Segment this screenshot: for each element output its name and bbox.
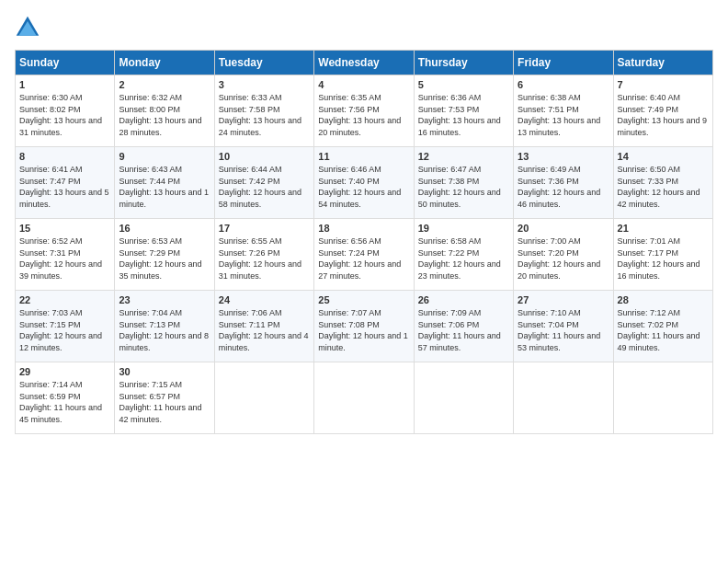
- calendar-cell: 8Sunrise: 6:41 AMSunset: 7:47 PMDaylight…: [16, 147, 115, 219]
- day-number: 16: [119, 223, 210, 234]
- cell-info: Sunrise: 7:15 AMSunset: 6:57 PMDaylight:…: [119, 379, 210, 425]
- calendar-week-5: 29Sunrise: 7:14 AMSunset: 6:59 PMDayligh…: [16, 362, 713, 434]
- calendar-cell: 3Sunrise: 6:33 AMSunset: 7:58 PMDaylight…: [214, 75, 313, 147]
- day-number: 24: [219, 294, 310, 305]
- cell-info: Sunrise: 7:06 AMSunset: 7:11 PMDaylight:…: [219, 307, 310, 353]
- calendar-cell: [314, 362, 414, 434]
- calendar-week-2: 8Sunrise: 6:41 AMSunset: 7:47 PMDaylight…: [16, 147, 713, 219]
- calendar-cell: 27Sunrise: 7:10 AMSunset: 7:04 PMDayligh…: [514, 291, 613, 362]
- cell-info: Sunrise: 6:52 AMSunset: 7:31 PMDaylight:…: [19, 236, 110, 282]
- col-header-saturday: Saturday: [613, 51, 712, 75]
- logo-icon: [15, 15, 40, 40]
- cell-info: Sunrise: 6:46 AMSunset: 7:40 PMDaylight:…: [318, 164, 409, 210]
- calendar-cell: 13Sunrise: 6:49 AMSunset: 7:36 PMDayligh…: [514, 147, 613, 219]
- cell-info: Sunrise: 6:49 AMSunset: 7:36 PMDaylight:…: [518, 164, 609, 210]
- calendar-cell: 29Sunrise: 7:14 AMSunset: 6:59 PMDayligh…: [16, 362, 115, 434]
- calendar-cell: 5Sunrise: 6:36 AMSunset: 7:53 PMDaylight…: [414, 75, 513, 147]
- cell-info: Sunrise: 6:43 AMSunset: 7:44 PMDaylight:…: [119, 164, 210, 210]
- day-number: 7: [618, 79, 709, 90]
- day-number: 6: [518, 79, 609, 90]
- day-number: 19: [418, 223, 509, 234]
- calendar-cell: 16Sunrise: 6:53 AMSunset: 7:29 PMDayligh…: [115, 219, 214, 291]
- cell-info: Sunrise: 7:01 AMSunset: 7:17 PMDaylight:…: [618, 236, 709, 282]
- col-header-friday: Friday: [514, 51, 613, 75]
- calendar-cell: 11Sunrise: 6:46 AMSunset: 7:40 PMDayligh…: [314, 147, 414, 219]
- cell-info: Sunrise: 6:55 AMSunset: 7:26 PMDaylight:…: [219, 236, 310, 282]
- cell-info: Sunrise: 6:32 AMSunset: 8:00 PMDaylight:…: [119, 92, 210, 138]
- day-number: 25: [318, 294, 409, 305]
- cell-info: Sunrise: 6:36 AMSunset: 7:53 PMDaylight:…: [418, 92, 509, 138]
- day-number: 23: [119, 294, 210, 305]
- day-number: 8: [19, 151, 110, 162]
- col-header-wednesday: Wednesday: [314, 51, 414, 75]
- col-header-monday: Monday: [115, 51, 214, 75]
- day-number: 9: [119, 151, 210, 162]
- calendar-cell: 14Sunrise: 6:50 AMSunset: 7:33 PMDayligh…: [613, 147, 712, 219]
- cell-info: Sunrise: 6:47 AMSunset: 7:38 PMDaylight:…: [418, 164, 509, 210]
- calendar-cell: 9Sunrise: 6:43 AMSunset: 7:44 PMDaylight…: [115, 147, 214, 219]
- cell-info: Sunrise: 6:40 AMSunset: 7:49 PMDaylight:…: [618, 92, 709, 138]
- calendar-cell: 1Sunrise: 6:30 AMSunset: 8:02 PMDaylight…: [16, 75, 115, 147]
- day-number: 5: [418, 79, 509, 90]
- cell-info: Sunrise: 7:09 AMSunset: 7:06 PMDaylight:…: [418, 307, 509, 353]
- calendar-cell: [414, 362, 513, 434]
- header-row: SundayMondayTuesdayWednesdayThursdayFrid…: [16, 51, 713, 75]
- page-container: SundayMondayTuesdayWednesdayThursdayFrid…: [0, 0, 728, 442]
- calendar-week-1: 1Sunrise: 6:30 AMSunset: 8:02 PMDaylight…: [16, 75, 713, 147]
- calendar-cell: 18Sunrise: 6:56 AMSunset: 7:24 PMDayligh…: [314, 219, 414, 291]
- day-number: 10: [219, 151, 310, 162]
- calendar-cell: 25Sunrise: 7:07 AMSunset: 7:08 PMDayligh…: [314, 291, 414, 362]
- cell-info: Sunrise: 6:44 AMSunset: 7:42 PMDaylight:…: [219, 164, 310, 210]
- page-header: [15, 15, 713, 40]
- calendar-cell: 10Sunrise: 6:44 AMSunset: 7:42 PMDayligh…: [214, 147, 313, 219]
- day-number: 11: [318, 151, 409, 162]
- cell-info: Sunrise: 6:30 AMSunset: 8:02 PMDaylight:…: [19, 92, 110, 138]
- cell-info: Sunrise: 6:53 AMSunset: 7:29 PMDaylight:…: [119, 236, 210, 282]
- calendar-week-4: 22Sunrise: 7:03 AMSunset: 7:15 PMDayligh…: [16, 291, 713, 362]
- day-number: 29: [19, 366, 110, 377]
- calendar-cell: 2Sunrise: 6:32 AMSunset: 8:00 PMDaylight…: [115, 75, 214, 147]
- cell-info: Sunrise: 7:12 AMSunset: 7:02 PMDaylight:…: [618, 307, 709, 353]
- day-number: 20: [518, 223, 609, 234]
- calendar-cell: 23Sunrise: 7:04 AMSunset: 7:13 PMDayligh…: [115, 291, 214, 362]
- cell-info: Sunrise: 7:10 AMSunset: 7:04 PMDaylight:…: [518, 307, 609, 353]
- logo: [15, 15, 44, 40]
- calendar-table: SundayMondayTuesdayWednesdayThursdayFrid…: [15, 50, 713, 434]
- day-number: 1: [19, 79, 110, 90]
- cell-info: Sunrise: 6:58 AMSunset: 7:22 PMDaylight:…: [418, 236, 509, 282]
- day-number: 2: [119, 79, 210, 90]
- day-number: 26: [418, 294, 509, 305]
- cell-info: Sunrise: 6:41 AMSunset: 7:47 PMDaylight:…: [19, 164, 110, 210]
- col-header-tuesday: Tuesday: [214, 51, 313, 75]
- day-number: 4: [318, 79, 409, 90]
- calendar-cell: 6Sunrise: 6:38 AMSunset: 7:51 PMDaylight…: [514, 75, 613, 147]
- calendar-cell: 22Sunrise: 7:03 AMSunset: 7:15 PMDayligh…: [16, 291, 115, 362]
- calendar-cell: 30Sunrise: 7:15 AMSunset: 6:57 PMDayligh…: [115, 362, 214, 434]
- calendar-cell: 12Sunrise: 6:47 AMSunset: 7:38 PMDayligh…: [414, 147, 513, 219]
- calendar-cell: 4Sunrise: 6:35 AMSunset: 7:56 PMDaylight…: [314, 75, 414, 147]
- cell-info: Sunrise: 7:07 AMSunset: 7:08 PMDaylight:…: [318, 307, 409, 353]
- calendar-week-3: 15Sunrise: 6:52 AMSunset: 7:31 PMDayligh…: [16, 219, 713, 291]
- day-number: 12: [418, 151, 509, 162]
- calendar-cell: 21Sunrise: 7:01 AMSunset: 7:17 PMDayligh…: [613, 219, 712, 291]
- cell-info: Sunrise: 6:56 AMSunset: 7:24 PMDaylight:…: [318, 236, 409, 282]
- calendar-cell: 26Sunrise: 7:09 AMSunset: 7:06 PMDayligh…: [414, 291, 513, 362]
- cell-info: Sunrise: 7:00 AMSunset: 7:20 PMDaylight:…: [518, 236, 609, 282]
- calendar-cell: [613, 362, 712, 434]
- calendar-cell: 19Sunrise: 6:58 AMSunset: 7:22 PMDayligh…: [414, 219, 513, 291]
- day-number: 15: [19, 223, 110, 234]
- day-number: 21: [618, 223, 709, 234]
- day-number: 28: [618, 294, 709, 305]
- calendar-cell: 20Sunrise: 7:00 AMSunset: 7:20 PMDayligh…: [514, 219, 613, 291]
- col-header-thursday: Thursday: [414, 51, 513, 75]
- day-number: 30: [119, 366, 210, 377]
- calendar-cell: 15Sunrise: 6:52 AMSunset: 7:31 PMDayligh…: [16, 219, 115, 291]
- col-header-sunday: Sunday: [16, 51, 115, 75]
- day-number: 14: [618, 151, 709, 162]
- cell-info: Sunrise: 7:14 AMSunset: 6:59 PMDaylight:…: [19, 379, 110, 425]
- calendar-cell: [214, 362, 313, 434]
- day-number: 22: [19, 294, 110, 305]
- calendar-cell: [514, 362, 613, 434]
- calendar-cell: 7Sunrise: 6:40 AMSunset: 7:49 PMDaylight…: [613, 75, 712, 147]
- calendar-cell: 24Sunrise: 7:06 AMSunset: 7:11 PMDayligh…: [214, 291, 313, 362]
